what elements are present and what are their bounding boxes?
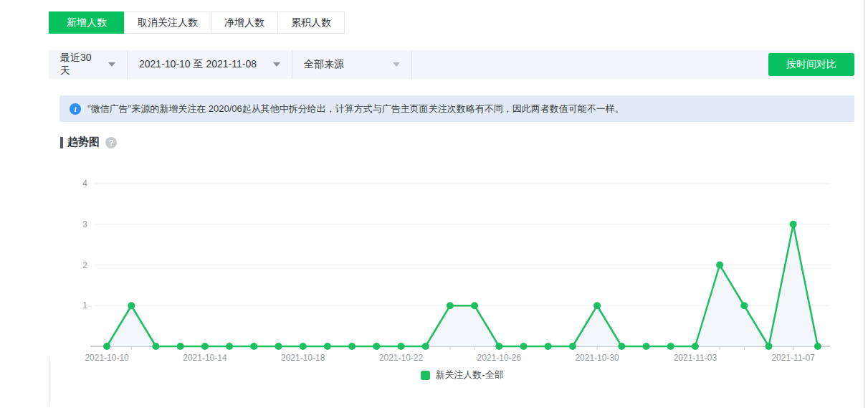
tab-net-growth[interactable]: 净增人数 [211, 11, 278, 34]
source-dropdown[interactable]: 全部来源 [292, 50, 412, 79]
chevron-down-icon [108, 62, 115, 67]
svg-text:2021-10-14: 2021-10-14 [183, 353, 227, 363]
svg-text:4: 4 [82, 179, 87, 189]
tab-unfollow-count[interactable]: 取消关注人数 [124, 11, 211, 34]
svg-text:2021-11-03: 2021-11-03 [674, 353, 717, 363]
svg-text:2021-11-07: 2021-11-07 [771, 353, 815, 363]
info-icon: i [70, 103, 81, 115]
svg-text:3: 3 [82, 219, 87, 229]
title-marker [60, 137, 63, 148]
legend-swatch [421, 371, 430, 380]
date-range-value: 2021-10-10 至 2021-11-08 [139, 58, 257, 71]
followers-stats-page: { "tabs": [ {"label": "新增人数", "active": … [0, 0, 868, 408]
tab-new-followers[interactable]: 新增人数 [49, 11, 125, 34]
svg-text:1: 1 [82, 300, 87, 310]
svg-text:2: 2 [82, 260, 87, 270]
trend-chart[interactable]: 12342021-10-102021-10-142021-10-182021-1… [0, 169, 868, 368]
chevron-down-icon [393, 62, 400, 67]
notice-banner: i "微信广告"来源的新增关注在 2020/06起从其他中拆分给出，计算方式与广… [59, 95, 854, 122]
date-range-dropdown[interactable]: 2021-10-10 至 2021-11-08 [128, 50, 292, 79]
left-divider [49, 356, 49, 407]
svg-text:2021-10-18: 2021-10-18 [281, 353, 325, 363]
svg-text:2021-10-22: 2021-10-22 [379, 353, 424, 363]
date-preset-value: 最近30天 [60, 52, 101, 77]
compare-by-time-button[interactable]: 按时间对比 [768, 53, 854, 76]
source-value: 全部来源 [304, 58, 344, 71]
section-title-text: 趋势图 [67, 136, 100, 149]
chart-legend[interactable]: 新关注人数-全部 [95, 369, 830, 381]
date-preset-dropdown[interactable]: 最近30天 [49, 50, 128, 79]
svg-text:2021-10-10: 2021-10-10 [85, 353, 129, 363]
svg-text:2021-10-26: 2021-10-26 [477, 353, 522, 363]
tab-cumulative[interactable]: 累积人数 [277, 11, 345, 34]
question-icon[interactable]: ? [105, 137, 117, 148]
right-divider [864, 0, 865, 408]
section-title: 趋势图 ? [60, 136, 117, 149]
notice-text: "微信广告"来源的新增关注在 2020/06起从其他中拆分给出，计算方式与广告主… [87, 103, 624, 115]
metric-tabs: 新增人数 取消关注人数 净增人数 累积人数 [49, 11, 345, 34]
filter-bar: 最近30天 2021-10-10 至 2021-11-08 全部来源 按时间对比 [49, 50, 854, 79]
svg-text:2021-10-30: 2021-10-30 [575, 353, 619, 363]
chevron-down-icon [273, 62, 280, 67]
legend-label: 新关注人数-全部 [435, 369, 503, 381]
